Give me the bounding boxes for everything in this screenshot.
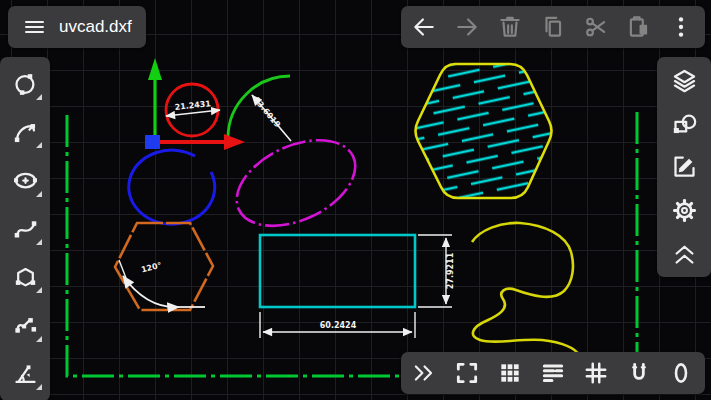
- paste-button[interactable]: [619, 7, 659, 47]
- forward-button[interactable]: [447, 7, 487, 47]
- hatch-settings-button[interactable]: [533, 353, 573, 393]
- grid-hash-icon: [583, 360, 609, 386]
- arc-tool-icon: [12, 119, 39, 146]
- expand-tools-button[interactable]: [404, 353, 444, 393]
- paste-icon: [626, 14, 652, 40]
- more-vert-icon: [668, 14, 694, 40]
- layers-button[interactable]: [664, 61, 704, 101]
- back-button[interactable]: [404, 7, 444, 47]
- arrow-forward-icon: [454, 14, 480, 40]
- left-toolbar: [0, 57, 50, 400]
- shapes-button[interactable]: [664, 104, 704, 144]
- title-bar: uvcad.dxf: [8, 6, 146, 48]
- shapes-icon: [671, 110, 698, 137]
- polygon-tool-button[interactable]: [5, 257, 45, 297]
- select-area-button[interactable]: [447, 353, 487, 393]
- dimension-tool-button[interactable]: [5, 354, 45, 394]
- circle-tool-icon: [12, 71, 39, 98]
- submenu-triangle: [36, 142, 42, 148]
- polygon-tool-icon: [12, 264, 39, 291]
- ellipse-outline-icon: [668, 360, 694, 386]
- submenu-triangle: [36, 287, 42, 293]
- copy-button[interactable]: [533, 7, 573, 47]
- submenu-triangle: [36, 336, 42, 342]
- dimension-tool-icon: [12, 360, 39, 387]
- chevrons-up-icon: [671, 240, 698, 267]
- trash-icon: [497, 14, 523, 40]
- arc-tool-button[interactable]: [5, 112, 45, 152]
- arrow-back-icon: [411, 14, 437, 40]
- submenu-triangle: [36, 191, 42, 197]
- grid-blocks-icon: [497, 360, 523, 386]
- menu-button[interactable]: [22, 7, 46, 47]
- submenu-triangle: [36, 239, 42, 245]
- ellipse-tool-icon: [12, 167, 39, 194]
- ellipse-tool-button[interactable]: [5, 161, 45, 201]
- ellipse-mode-button[interactable]: [661, 353, 701, 393]
- hamburger-icon: [25, 18, 44, 36]
- hatch-lines-icon: [540, 360, 566, 386]
- drawing-canvas[interactable]: 21.2431 23.6019 120° 60.2424 27.9211: [0, 0, 711, 400]
- layers-icon: [671, 67, 698, 94]
- selection-brackets-icon: [454, 360, 480, 386]
- collapse-panel-button[interactable]: [664, 233, 704, 273]
- spline-tool-button[interactable]: [5, 209, 45, 249]
- more-options-button[interactable]: [661, 7, 701, 47]
- grid-blocks-button[interactable]: [490, 353, 530, 393]
- snap-magnet-button[interactable]: [619, 353, 659, 393]
- dimension-label: 27.9211: [446, 252, 455, 289]
- settings-button[interactable]: [664, 190, 704, 230]
- delete-button[interactable]: [490, 7, 530, 47]
- app-window: 21.2431 23.6019 120° 60.2424 27.9211: [0, 0, 711, 400]
- spline-tool-icon: [12, 215, 39, 242]
- document-title: uvcad.dxf: [59, 17, 132, 37]
- submenu-triangle: [36, 94, 42, 100]
- copy-icon: [540, 14, 566, 40]
- edit-button[interactable]: [664, 147, 704, 187]
- gear-icon: [671, 197, 698, 224]
- polyline-tool-icon: [12, 312, 39, 339]
- cut-button[interactable]: [576, 7, 616, 47]
- top-toolbar: [401, 6, 705, 48]
- submenu-triangle: [36, 384, 42, 390]
- circle-tool-button[interactable]: [5, 64, 45, 104]
- right-toolbar: [657, 57, 711, 277]
- origin-marker[interactable]: [145, 135, 160, 149]
- hatched-hexagon-entity[interactable]: [416, 64, 552, 198]
- magnet-icon: [626, 360, 652, 386]
- canvas-grid: [0, 0, 711, 400]
- grid-toggle-button[interactable]: [576, 353, 616, 393]
- scissors-icon: [583, 14, 609, 40]
- double-chevron-right-icon: [411, 360, 437, 386]
- edit-icon: [671, 153, 698, 180]
- polyline-tool-button[interactable]: [5, 306, 45, 346]
- bottom-toolbar: [401, 352, 705, 394]
- dimension-label: 60.2424: [320, 321, 357, 330]
